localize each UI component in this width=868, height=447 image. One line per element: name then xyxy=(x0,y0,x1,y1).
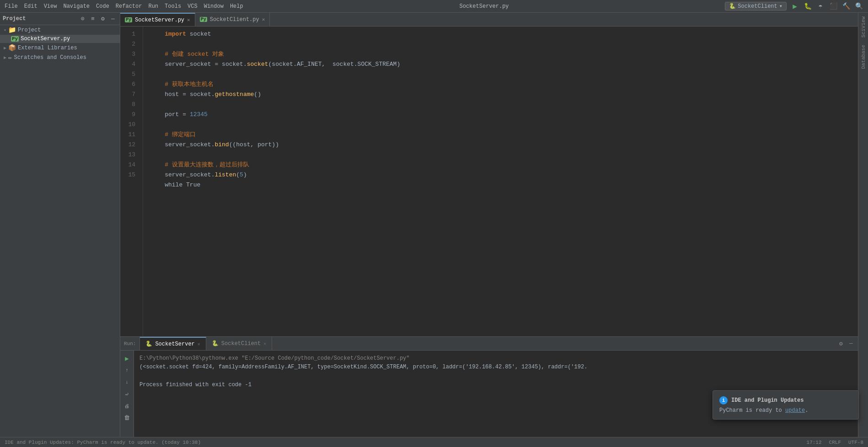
external-libs-icon: 📦 xyxy=(8,44,16,52)
menu-code[interactable]: Code xyxy=(96,3,109,10)
menu-run[interactable]: Run xyxy=(148,3,158,10)
menu-bar[interactable]: File Edit View Navigate Code Refactor Ru… xyxy=(5,3,243,10)
notification-body: PyCharm is ready to update. xyxy=(719,407,852,414)
settings-btn[interactable]: ⚙ xyxy=(837,340,845,348)
status-bar: IDE and Plugin Updates: PyCharm is ready… xyxy=(0,437,868,447)
coverage-button[interactable]: ☂ xyxy=(816,2,825,11)
right-tab-database[interactable]: Database xyxy=(859,41,868,73)
code-line-10 xyxy=(150,120,858,130)
code-line-13 xyxy=(150,150,858,160)
tab-close-2[interactable]: ✕ xyxy=(262,16,265,22)
menu-help[interactable]: Help xyxy=(230,3,243,10)
menu-view[interactable]: View xyxy=(44,3,57,10)
right-tab-sciview[interactable]: SciView xyxy=(859,13,868,41)
status-right: 17:12 CRLF UTF-8 xyxy=(807,440,863,445)
run-button[interactable]: ▶ xyxy=(790,2,799,11)
py-file-icon: Py xyxy=(11,36,19,42)
main-layout: Project ⊙ ≡ ⚙ — ▾ 📁 Project Py SocketSer… xyxy=(0,13,868,437)
tab-py-icon-2: Py xyxy=(200,17,207,22)
title-bar: File Edit View Navigate Code Refactor Ru… xyxy=(0,0,868,13)
stop-button[interactable]: ⬛ xyxy=(829,2,838,11)
notification-popup: i IDE and Plugin Updates PyCharm is read… xyxy=(713,390,859,420)
scroll-down-btn[interactable]: ↓ xyxy=(122,377,132,387)
run-btn[interactable]: ▶ xyxy=(122,353,132,363)
sidebar-expand-btn[interactable]: ≡ xyxy=(89,15,97,23)
debug-button[interactable]: 🐛 xyxy=(803,2,812,11)
menu-refactor[interactable]: Refactor xyxy=(116,3,142,10)
code-line-15: server_socket.listen(5) xyxy=(150,170,858,180)
search-button[interactable]: 🔍 xyxy=(854,2,863,11)
sidebar-settings-btn[interactable]: ⚙ xyxy=(99,15,107,23)
menu-navigate[interactable]: Navigate xyxy=(63,3,90,10)
editor-tab-bar: Py SocketServer.py ✕ Py SocketClient.py … xyxy=(120,13,858,27)
bottom-tab-label-2: SocketClient xyxy=(221,341,261,347)
scroll-up-btn[interactable]: ↑ xyxy=(122,365,132,375)
cursor-position: 17:12 xyxy=(807,440,822,445)
menu-file[interactable]: File xyxy=(5,3,18,10)
tab-socketclient[interactable]: Py SocketClient.py ✕ xyxy=(195,13,270,26)
code-line-16: while True xyxy=(150,180,858,190)
output-line-1: E:\Python\Python38\pythonw.exe "E:/Sourc… xyxy=(139,354,852,363)
run-configuration[interactable]: 🐍 SocketClient ▾ xyxy=(725,2,787,11)
trash-btn[interactable]: 🗑 xyxy=(122,413,132,423)
code-line-14: # 设置最大连接数，超过后排队 xyxy=(150,160,858,170)
scratches-label: Scratches and Consoles xyxy=(14,54,86,61)
bottom-tab-close-1[interactable]: ✕ xyxy=(198,341,200,347)
sidebar-scope-btn[interactable]: ⊙ xyxy=(79,15,87,23)
run-label: Run: xyxy=(124,341,136,346)
tree-item-socketserver[interactable]: Py SocketServer.py xyxy=(0,35,120,43)
code-line-9: port = 12345 xyxy=(150,110,858,120)
code-line-12: server_socket.bind((host, port)) xyxy=(150,140,858,150)
bottom-toolbar: ⚙ — xyxy=(837,337,858,350)
tree-item-project[interactable]: ▾ 📁 Project xyxy=(0,25,120,35)
output-line-3 xyxy=(139,372,852,380)
menu-tools[interactable]: Tools xyxy=(165,3,181,10)
code-line-4: server_socket = socket.socket(socket.AF_… xyxy=(150,59,858,69)
project-label: Project xyxy=(18,27,41,33)
tab-close-1[interactable]: ✕ xyxy=(187,17,190,23)
code-line-3: # 创建 socket 对象 xyxy=(150,49,858,59)
code-line-5 xyxy=(150,69,858,80)
arrow-icon-scratch: ▶ xyxy=(4,55,6,60)
toolbar-right: 🐍 SocketClient ▾ ▶ 🐛 ☂ ⬛ 🔨 🔍 xyxy=(725,2,863,11)
menu-edit[interactable]: Edit xyxy=(24,3,38,10)
output-line-4: Process finished with exit code -1 xyxy=(139,381,852,389)
code-line-11: # 绑定端口 xyxy=(150,130,858,140)
menu-window[interactable]: Window xyxy=(204,3,224,10)
editor-area: Py SocketServer.py ✕ Py SocketClient.py … xyxy=(120,13,858,437)
notification-message: PyCharm is ready to xyxy=(719,407,785,414)
menu-vcs[interactable]: VCS xyxy=(188,3,198,10)
notification-suffix: . xyxy=(805,407,808,414)
code-line-2 xyxy=(150,39,858,49)
run-side-toolbar: ▶ ↑ ↓ ⤾ 🖨 🗑 xyxy=(120,351,134,437)
print-btn[interactable]: 🖨 xyxy=(122,401,132,411)
code-content[interactable]: import socket # 创建 socket 对象 server_sock… xyxy=(143,27,858,336)
build-button[interactable]: 🔨 xyxy=(841,2,851,11)
project-sidebar: Project ⊙ ≡ ⚙ — ▾ 📁 Project Py SocketSer… xyxy=(0,13,120,437)
code-line-8 xyxy=(150,100,858,110)
output-line-2: (<socket.socket fd=424, family=AddressFa… xyxy=(139,363,852,372)
tree-item-external-libs[interactable]: ▶ 📦 External Libraries xyxy=(0,43,120,53)
line-ending[interactable]: CRLF xyxy=(829,440,841,445)
chevron-down-icon: ▾ xyxy=(779,3,782,10)
bottom-tab-socketclient[interactable]: 🐍 SocketClient ✕ xyxy=(206,337,272,350)
tab-socketserver[interactable]: Py SocketServer.py ✕ xyxy=(120,13,195,26)
bottom-tab-socketserver[interactable]: 🐍 SocketServer ✕ xyxy=(140,337,206,350)
sidebar-toolbar: Project ⊙ ≡ ⚙ — xyxy=(0,13,120,25)
folder-icon: 📁 xyxy=(8,26,16,34)
minimize-btn[interactable]: — xyxy=(847,340,855,348)
arrow-icon: ▾ xyxy=(4,27,6,33)
bottom-tab-close-2[interactable]: ✕ xyxy=(263,341,266,346)
soft-wrap-btn[interactable]: ⤾ xyxy=(122,389,132,399)
run-icon-1: 🐍 xyxy=(145,341,152,347)
status-message: IDE and Plugin Updates: PyCharm is ready… xyxy=(5,440,799,445)
line-numbers: 1 2 3 4 5 6 7 8 9 10 11 12 13 14 15 xyxy=(120,27,143,336)
right-strip: SciView Database xyxy=(858,13,868,437)
scratches-icon: ✏️ xyxy=(8,53,12,61)
encoding[interactable]: UTF-8 xyxy=(848,440,863,445)
notification-link[interactable]: update xyxy=(785,407,805,414)
code-editor[interactable]: 1 2 3 4 5 6 7 8 9 10 11 12 13 14 15 impo… xyxy=(120,27,858,336)
sidebar-close-btn[interactable]: — xyxy=(109,15,117,23)
tree-item-scratches[interactable]: ▶ ✏️ Scratches and Consoles xyxy=(0,53,120,62)
bottom-panel: Run: 🐍 SocketServer ✕ 🐍 SocketClient ✕ ⚙… xyxy=(120,336,858,437)
